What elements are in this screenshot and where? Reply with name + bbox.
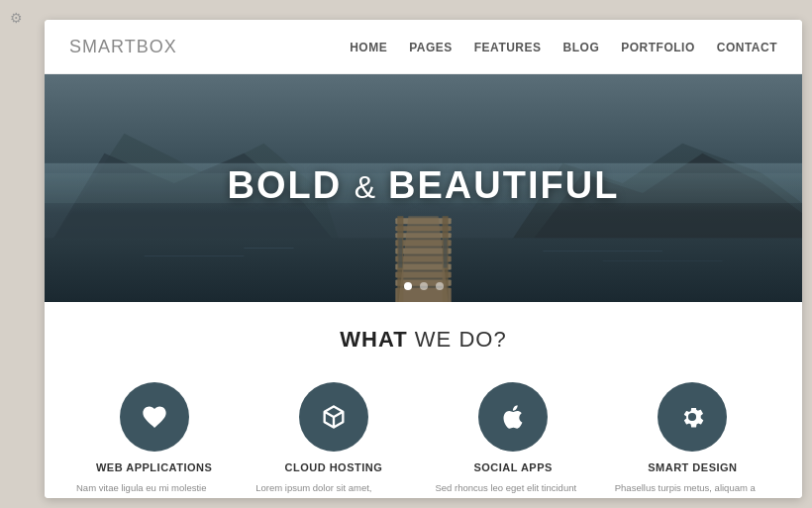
- service-desc-cloud-hosting: Lorem ipsum dolor sit amet, consectetur …: [255, 481, 411, 498]
- service-title-web-applications: WEB APPLICATIONS: [76, 461, 232, 473]
- browser-window: SMARTBOX HOME PAGES FEATURES BLOG PORTFO…: [45, 20, 802, 498]
- service-desc-social-apps: Sed rhoncus leo eget elit tincidunt vest…: [436, 481, 591, 498]
- service-icon-social-apps: [478, 382, 548, 452]
- nav-links: HOME PAGES FEATURES BLOG PORTFOLIO CONTA…: [350, 38, 777, 55]
- services-section: WEB APPLICATIONS Nam vitae ligula eu mi …: [45, 367, 802, 498]
- service-title-social-apps: SOCIAL APPS: [436, 461, 591, 473]
- hero-dots: [404, 282, 444, 290]
- dot-3[interactable]: [436, 282, 444, 290]
- service-icon-smart-design: [658, 382, 727, 452]
- svg-rect-26: [444, 238, 448, 267]
- hero-title: BOLD & BEAUTIFUL: [228, 164, 620, 207]
- service-desc-web-applications: Nam vitae ligula eu mi molestie fringill…: [76, 481, 232, 498]
- what-title: WHAT WE DO?: [45, 327, 802, 353]
- service-card-web-applications: WEB APPLICATIONS Nam vitae ligula eu mi …: [64, 382, 244, 498]
- service-desc-smart-design: Phasellus turpis metus, aliquam a facili…: [615, 481, 770, 498]
- what-section: WHAT WE DO?: [45, 302, 802, 367]
- hero-text: BOLD & BEAUTIFUL: [228, 164, 620, 207]
- service-card-social-apps: SOCIAL APPS Sed rhoncus leo eget elit ti…: [424, 382, 603, 498]
- dot-1[interactable]: [404, 282, 412, 290]
- nav-item-blog[interactable]: BLOG: [563, 38, 600, 55]
- service-card-smart-design: SMART DESIGN Phasellus turpis metus, ali…: [603, 382, 782, 498]
- nav-link-blog[interactable]: BLOG: [563, 41, 600, 54]
- service-card-cloud-hosting: CLOUD HOSTING Lorem ipsum dolor sit amet…: [244, 382, 423, 498]
- nav-item-contact[interactable]: CONTACT: [717, 38, 777, 55]
- nav-link-portfolio[interactable]: PORTFOLIO: [621, 41, 695, 54]
- service-title-cloud-hosting: CLOUD HOSTING: [255, 461, 411, 473]
- service-title-smart-design: SMART DESIGN: [615, 461, 770, 473]
- logo-light: BOX: [137, 37, 177, 56]
- apple-icon: [499, 403, 527, 431]
- nav-item-home[interactable]: HOME: [350, 38, 387, 55]
- cube-icon: [320, 403, 348, 431]
- nav-item-pages[interactable]: PAGES: [409, 38, 453, 55]
- nav-link-home[interactable]: HOME: [350, 41, 387, 54]
- nav-link-contact[interactable]: CONTACT: [717, 41, 777, 54]
- logo-bold: SMART: [69, 37, 137, 56]
- service-icon-cloud-hosting: [299, 382, 368, 452]
- gear-icon: [678, 403, 706, 431]
- hero-section: BOLD & BEAUTIFUL: [45, 74, 802, 302]
- nav-link-features[interactable]: FEATURES: [474, 41, 542, 54]
- heart-icon: [141, 403, 168, 431]
- hero-light-text: BEAUTIFUL: [388, 164, 619, 206]
- svg-rect-25: [398, 238, 402, 267]
- logo[interactable]: SMARTBOX: [69, 37, 177, 57]
- nav-link-pages[interactable]: PAGES: [409, 41, 453, 54]
- dot-2[interactable]: [420, 282, 428, 290]
- nav-item-features[interactable]: FEATURES: [474, 38, 542, 55]
- what-title-rest: WE DO?: [408, 327, 507, 352]
- service-icon-web-applications: [120, 382, 189, 452]
- what-title-bold: WHAT: [340, 327, 407, 352]
- navbar: SMARTBOX HOME PAGES FEATURES BLOG PORTFO…: [45, 20, 802, 74]
- nav-item-portfolio[interactable]: PORTFOLIO: [621, 38, 695, 55]
- hero-connector: &: [355, 169, 388, 205]
- settings-icon[interactable]: ⚙: [10, 10, 23, 26]
- hero-bold-text: BOLD: [228, 164, 343, 206]
